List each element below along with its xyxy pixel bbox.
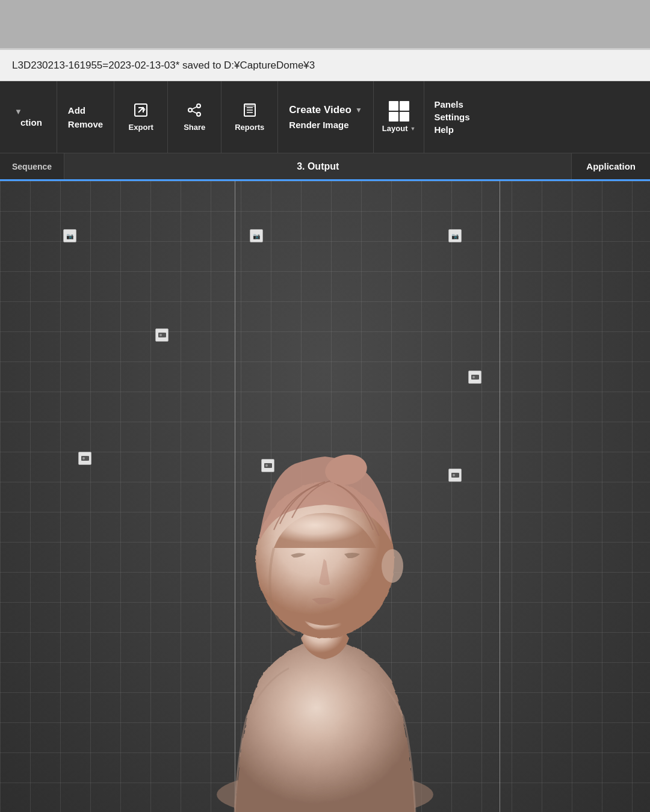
share-button[interactable]: Share (176, 100, 212, 134)
camera-marker-2[interactable]: 📷 (250, 229, 263, 242)
export-button[interactable]: Export (123, 100, 159, 134)
settings-button[interactable]: Settings (434, 112, 469, 122)
ction-section: ▼ ction (6, 81, 57, 153)
reports-button[interactable]: Reports (230, 100, 269, 134)
reports-section: Reports (221, 81, 278, 153)
share-label: Share (184, 123, 205, 132)
svg-point-1 (197, 104, 200, 108)
svg-line-4 (192, 107, 197, 109)
dropdown-arrow-left[interactable]: ▼ (14, 107, 48, 116)
ction-label: ction (14, 117, 48, 128)
svg-point-2 (188, 108, 192, 112)
sculpture-container (175, 271, 475, 812)
add-button[interactable]: Add (66, 104, 105, 117)
camera-marker-4[interactable] (155, 328, 169, 342)
layout-icon (389, 101, 409, 121)
layout-section: Layout ▼ (374, 81, 425, 153)
svg-point-3 (197, 112, 200, 116)
panels-button[interactable]: Panels (434, 99, 469, 109)
viewport[interactable]: 📷 📷 📷 (0, 181, 650, 812)
camera-marker-3[interactable]: 📷 (448, 229, 462, 242)
title-bar-text: L3D230213-161955=2023-02-13-03* saved to… (12, 60, 315, 72)
create-video-button[interactable]: Create Video ▼ (289, 104, 362, 116)
svg-line-5 (192, 111, 197, 114)
remove-button[interactable]: Remove (66, 118, 105, 131)
right-section: Panels Settings Help (424, 81, 479, 153)
layout-button[interactable]: Layout ▼ (382, 124, 416, 133)
add-remove-section: Add Remove (57, 81, 114, 153)
help-button[interactable]: Help (434, 125, 469, 135)
export-label: Export (129, 123, 153, 132)
guide-line-v2 (500, 181, 500, 812)
reports-icon (242, 102, 258, 120)
render-image-button[interactable]: Render Image (289, 120, 362, 130)
svg-point-29 (382, 549, 403, 583)
export-section: Export (114, 81, 168, 153)
tab-sequence[interactable]: Sequence (0, 153, 64, 179)
camera-marker-6[interactable] (78, 452, 91, 465)
share-section: Share (168, 81, 221, 153)
svg-point-13 (159, 334, 162, 336)
tab-application[interactable]: Application (571, 153, 650, 179)
create-video-label: Create Video (289, 104, 351, 116)
screen-container: L3D230213-161955=2023-02-13-03* saved to… (0, 48, 650, 812)
add-label: Add (68, 105, 85, 115)
export-icon (133, 102, 149, 120)
camera-marker-1[interactable]: 📷 (63, 229, 76, 242)
tab-output[interactable]: 3. Output (64, 153, 571, 179)
remove-label: Remove (68, 119, 103, 129)
share-icon (187, 102, 202, 120)
sculpture-svg (175, 271, 475, 812)
video-render-section: Create Video ▼ Render Image (278, 81, 374, 153)
tab-bar: Sequence 3. Output Application (0, 153, 650, 181)
svg-rect-7 (244, 104, 255, 107)
reports-label: Reports (235, 123, 264, 132)
title-bar: L3D230213-161955=2023-02-13-03* saved to… (0, 50, 650, 81)
svg-point-19 (82, 457, 85, 460)
render-image-label: Render Image (289, 120, 348, 130)
toolbar: ▼ ction Add Remove Expor (0, 81, 650, 153)
create-video-arrow: ▼ (355, 106, 362, 114)
